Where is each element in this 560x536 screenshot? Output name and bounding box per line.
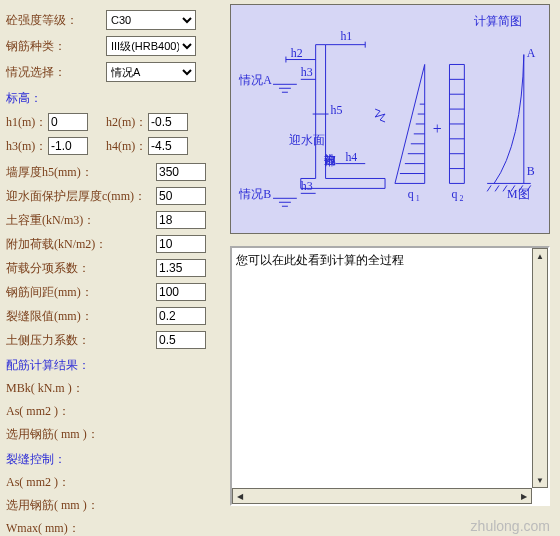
svg-text:q: q bbox=[451, 187, 457, 201]
situation-label: 情况选择： bbox=[6, 64, 106, 81]
watermark: zhulong.com bbox=[471, 518, 550, 534]
h4-label: h4(m)： bbox=[106, 138, 148, 155]
steel-select[interactable]: III级(HRB400) bbox=[106, 36, 196, 56]
situation-select[interactable]: 情况A bbox=[106, 62, 196, 82]
scroll-up-icon[interactable]: ▲ bbox=[533, 249, 547, 263]
svg-text:h2: h2 bbox=[291, 46, 303, 60]
svg-text:h3: h3 bbox=[301, 65, 313, 79]
svg-text:B: B bbox=[527, 165, 535, 179]
soil-weight-label: 土容重(kN/m3)： bbox=[6, 212, 156, 229]
svg-text:h5: h5 bbox=[331, 103, 343, 117]
extra-load-input[interactable] bbox=[156, 235, 206, 253]
cover-label: 迎水面保护层厚度c(mm)： bbox=[6, 188, 156, 205]
results-rebar-label: 选用钢筋( mm )： bbox=[6, 426, 106, 443]
svg-text:h4: h4 bbox=[345, 150, 357, 164]
pressure-factor-input[interactable] bbox=[156, 331, 206, 349]
pressure-factor-label: 土侧压力系数： bbox=[6, 332, 156, 349]
svg-text:+: + bbox=[433, 120, 442, 137]
svg-text:1: 1 bbox=[416, 194, 420, 203]
crack-as-label: As( mm2 )： bbox=[6, 474, 106, 491]
scroll-down-icon[interactable]: ▼ bbox=[533, 473, 547, 487]
svg-text:2: 2 bbox=[459, 194, 463, 203]
results-as-label: As( mm2 )： bbox=[6, 403, 106, 420]
output-panel: 您可以在此处看到计算的全过程 ▲ ▼ ◀ ▶ bbox=[230, 246, 550, 506]
form-panel: 砼强度等级： C30 钢筋种类： III级(HRB400) 情况选择： 情况A … bbox=[6, 4, 222, 504]
strength-select[interactable]: C30 bbox=[106, 10, 196, 30]
scrollbar-vertical[interactable]: ▲ ▼ bbox=[532, 248, 548, 488]
h1-input[interactable] bbox=[48, 113, 88, 131]
svg-text:迎水面: 迎水面 bbox=[289, 133, 325, 147]
crack-limit-input[interactable] bbox=[156, 307, 206, 325]
bar-spacing-input[interactable] bbox=[156, 283, 206, 301]
svg-line-41 bbox=[487, 185, 491, 191]
output-text: 您可以在此处看到计算的全过程 bbox=[236, 252, 544, 269]
crack-limit-label: 裂缝限值(mm)： bbox=[6, 308, 156, 325]
extra-load-label: 附加荷载(kN/m2)： bbox=[6, 236, 156, 253]
bar-spacing-label: 钢筋间距(mm)： bbox=[6, 284, 156, 301]
steel-label: 钢筋种类： bbox=[6, 38, 106, 55]
crack-heading: 裂缝控制： bbox=[6, 451, 222, 468]
scroll-right-icon[interactable]: ▶ bbox=[517, 489, 531, 503]
crack-rebar-label: 选用钢筋( mm )： bbox=[6, 497, 106, 514]
scroll-left-icon[interactable]: ◀ bbox=[233, 489, 247, 503]
svg-text:q: q bbox=[408, 187, 414, 201]
strength-label: 砼强度等级： bbox=[6, 12, 106, 29]
h3-input[interactable] bbox=[48, 137, 88, 155]
h1-label: h1(m)： bbox=[6, 114, 48, 131]
h2-label: h2(m)： bbox=[106, 114, 148, 131]
svg-line-42 bbox=[495, 185, 499, 191]
svg-text:情况A: 情况A bbox=[238, 73, 272, 87]
svg-text:h3: h3 bbox=[301, 179, 313, 193]
diagram-panel: 计算简图 h1 h2 情况A h3 h5 迎水面 被迫内部 h4 情况B h3 … bbox=[230, 4, 550, 234]
load-factor-label: 荷载分项系数： bbox=[6, 260, 156, 277]
h4-input[interactable] bbox=[148, 137, 188, 155]
h2-input[interactable] bbox=[148, 113, 188, 131]
svg-text:h1: h1 bbox=[340, 29, 352, 43]
elevation-heading: 标高： bbox=[6, 90, 222, 107]
mbk-label: MBk( kN.m )： bbox=[6, 380, 106, 397]
thickness-label: 墙厚度h5(mm)： bbox=[6, 164, 156, 181]
soil-weight-input[interactable] bbox=[156, 211, 206, 229]
load-factor-input[interactable] bbox=[156, 259, 206, 277]
thickness-input[interactable] bbox=[156, 163, 206, 181]
wmax-label: Wmax( mm)： bbox=[6, 520, 106, 536]
svg-text:A: A bbox=[527, 46, 536, 60]
h3-label: h3(m)： bbox=[6, 138, 48, 155]
cover-input[interactable] bbox=[156, 187, 206, 205]
diagram-title: 计算简图 bbox=[474, 14, 522, 28]
svg-text:M图: M图 bbox=[507, 187, 530, 201]
results-heading: 配筋计算结果： bbox=[6, 357, 222, 374]
scrollbar-horizontal[interactable]: ◀ ▶ bbox=[232, 488, 532, 504]
svg-text:情况B: 情况B bbox=[238, 187, 271, 201]
